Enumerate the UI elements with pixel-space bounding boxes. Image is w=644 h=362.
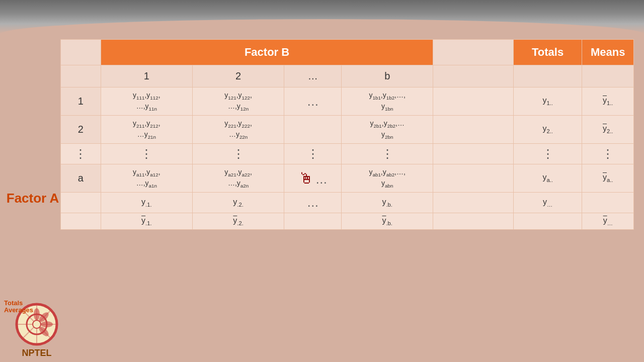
empty-subheader-3 <box>513 65 582 87</box>
cell-2-b: y2b1,y2b2,…y2bn <box>342 116 433 144</box>
row-label-dots: ⋮ <box>61 144 101 164</box>
total-a: ya.. <box>513 164 582 193</box>
avg-col-empty <box>433 213 513 230</box>
col-header-2: 2 <box>192 65 284 87</box>
table-container: Factor B Totals Means 1 2 … b <box>60 39 634 230</box>
avg-col-1: y.1. <box>101 213 192 230</box>
totals-header: Totals <box>513 40 582 65</box>
totals-row-label <box>61 193 101 213</box>
cell-a-dots: 🖱… <box>284 164 342 193</box>
row-label-2: 2 <box>61 116 101 144</box>
cell-1-b: y1b1,y1b2,…,y1bn <box>342 87 433 116</box>
cell-2-dots <box>284 116 342 144</box>
table-row: 2 y211,y212,…y21n y221,y222,…y22n y2b1,y… <box>61 116 634 144</box>
cell-d-3: ⋮ <box>284 144 342 164</box>
row-label-1: 1 <box>61 87 101 116</box>
total-col-1: y.1. <box>101 193 192 213</box>
grand-total-empty <box>582 193 634 213</box>
row-label-a: a <box>61 164 101 193</box>
grand-mean: y… <box>582 213 634 230</box>
mean-1: y1.. <box>582 87 634 116</box>
total-2: y2.. <box>513 116 582 144</box>
cell-a-2: ya21,ya22,…,ya2n <box>192 164 284 193</box>
svg-point-10 <box>33 320 41 328</box>
cell-d-2: ⋮ <box>192 144 284 164</box>
table-row-a: a ya11,ya12,…,ya1n ya21,ya22,…,ya2n 🖱… y… <box>61 164 634 193</box>
grand-mean-empty <box>513 213 582 230</box>
table-row-dots: ⋮ ⋮ ⋮ ⋮ ⋮ ⋮ ⋮ <box>61 144 634 164</box>
cell-2-2: y221,y222,…y22n <box>192 116 284 144</box>
cell-1-1: y111,y112,…,y11n <box>101 87 192 116</box>
mean-d: ⋮ <box>582 144 634 164</box>
factor-b-header: Factor B <box>101 40 433 65</box>
factor-a-label: Factor A <box>7 186 59 211</box>
mean-a: ya.. <box>582 164 634 193</box>
empty-cell-d <box>433 144 513 164</box>
table-row: 1 y111,y112,…,y11n y121,y122,…,y12n … y1… <box>61 87 634 116</box>
nptel-label: NPTEL <box>22 348 51 358</box>
totals-averages-text: TotalsAverages <box>4 300 33 314</box>
empty-subheader-2 <box>433 65 513 87</box>
main-area: Factor A Factor B <box>0 34 644 362</box>
cell-a-b: yab1,yab2,…,yabn <box>342 164 433 193</box>
total-col-b: y.b. <box>342 193 433 213</box>
cell-d-1: ⋮ <box>101 144 192 164</box>
empty-subheader <box>61 65 101 87</box>
cell-d-b: ⋮ <box>342 144 433 164</box>
grand-total: y… <box>513 193 582 213</box>
totals-row: y.1. y.2. … y.b. y… <box>61 193 634 213</box>
header-wave <box>0 0 644 34</box>
mean-2: y2.. <box>582 116 634 144</box>
svg-point-6 <box>34 308 40 320</box>
means-header: Means <box>582 40 634 65</box>
empty-subheader-4 <box>582 65 634 87</box>
total-col-2: y.2. <box>192 193 284 213</box>
averages-row: y.1. y.2. y.b. y… <box>61 213 634 230</box>
logo-area: TotalsAverages NPTEL <box>4 293 69 358</box>
total-d: ⋮ <box>513 144 582 164</box>
avg-col-b: y.b. <box>342 213 433 230</box>
empty-header-top <box>61 40 101 65</box>
cell-a-1: ya11,ya12,…,ya1n <box>101 164 192 193</box>
avg-col-dots <box>284 213 342 230</box>
empty-cell-2 <box>433 116 513 144</box>
col-header-b: b <box>342 65 433 87</box>
svg-point-8 <box>41 321 53 327</box>
empty-cell-1 <box>433 87 513 116</box>
total-1: y1.. <box>513 87 582 116</box>
cell-2-1: y211,y212,…y21n <box>101 116 192 144</box>
cell-1-dots: … <box>284 87 342 116</box>
col-header-dots: … <box>284 65 342 87</box>
avg-col-2: y.2. <box>192 213 284 230</box>
averages-row-label <box>61 213 101 230</box>
cell-1-2: y121,y122,…,y12n <box>192 87 284 116</box>
total-col-dots: … <box>284 193 342 213</box>
empty-header-mid <box>433 40 513 65</box>
empty-cell-a <box>433 164 513 193</box>
col-header-1: 1 <box>101 65 192 87</box>
total-col-empty <box>433 193 513 213</box>
main-table: Factor B Totals Means 1 2 … b <box>60 39 634 230</box>
